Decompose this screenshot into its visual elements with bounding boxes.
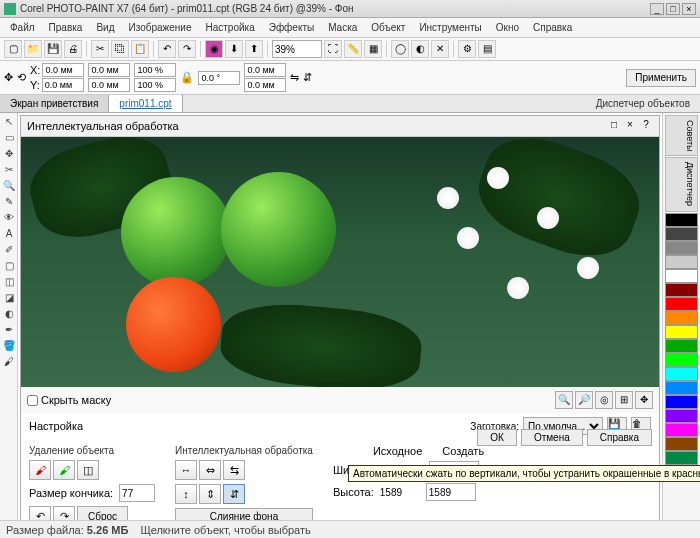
color-swatch[interactable] [665,367,698,381]
zoom-100-icon[interactable]: ⊞ [615,391,633,409]
close-button[interactable]: × [682,3,696,15]
color-swatch[interactable] [665,213,698,227]
export-icon[interactable]: ⬆ [245,40,263,58]
color-swatch[interactable] [665,227,698,241]
pick-tool-icon[interactable]: ↖ [2,115,16,129]
zoom-input[interactable] [272,40,322,58]
menu-adjust[interactable]: Настройка [199,20,260,35]
zoom-tool-icon[interactable]: 🔍 [2,179,16,193]
zoom-in-icon[interactable]: 🔍 [555,391,573,409]
dialog-restore-icon[interactable]: □ [607,119,621,133]
menu-effects[interactable]: Эффекты [263,20,320,35]
menu-tools[interactable]: Инструменты [413,20,487,35]
hints-docker-tab[interactable]: Советы [665,115,698,156]
menu-mask[interactable]: Маска [322,20,363,35]
color-swatch[interactable] [665,353,698,367]
rect-tool-icon[interactable]: ▢ [2,259,16,273]
help-button[interactable]: Справка [587,429,652,446]
menu-object[interactable]: Объект [365,20,411,35]
color-swatch[interactable] [665,269,698,283]
color-swatch[interactable] [665,255,698,269]
flip-v-icon[interactable]: ⇵ [303,71,312,84]
cut-icon[interactable]: ✂ [91,40,109,58]
expand-v-icon[interactable]: ⇕ [199,484,221,504]
menu-window[interactable]: Окно [490,20,525,35]
transform-icon[interactable]: ✥ [4,71,13,84]
dialog-help-icon[interactable]: ? [639,119,653,133]
options-icon[interactable]: ⚙ [458,40,476,58]
remove-brush-icon[interactable]: 🖌 [29,460,51,480]
undo-icon[interactable]: ↶ [158,40,176,58]
color-swatch[interactable] [665,339,698,353]
menu-edit[interactable]: Правка [43,20,89,35]
flip-h-icon[interactable]: ⇋ [290,71,299,84]
new-icon[interactable]: ▢ [4,40,22,58]
h-input[interactable] [88,78,130,92]
rotate-icon[interactable]: ⟲ [17,71,26,84]
print-icon[interactable]: 🖨 [64,40,82,58]
transparency-tool-icon[interactable]: ◐ [2,307,16,321]
mask-icon[interactable]: ◯ [391,40,409,58]
dropshadow-tool-icon[interactable]: ◪ [2,291,16,305]
clear-icon[interactable]: ✕ [431,40,449,58]
dialog-close-icon[interactable]: × [623,119,637,133]
auto-h-icon[interactable]: ⇆ [223,460,245,480]
hide-mask-checkbox[interactable]: Скрыть маску [27,394,111,406]
sy-input[interactable] [134,78,176,92]
py-input[interactable] [244,78,286,92]
ok-button[interactable]: ОК [477,429,517,446]
color-swatch[interactable] [665,325,698,339]
color-swatch[interactable] [665,241,698,255]
save-icon[interactable]: 💾 [44,40,62,58]
redo-icon[interactable]: ↷ [178,40,196,58]
menu-view[interactable]: Вид [90,20,120,35]
pan-icon[interactable]: ✥ [635,391,653,409]
clone-tool-icon[interactable]: ✎ [2,195,16,209]
color-swatch[interactable] [665,423,698,437]
text-tool-icon[interactable]: A [2,227,16,241]
zoom-fit-icon[interactable]: ◎ [595,391,613,409]
fill-tool-icon[interactable]: 🪣 [2,339,16,353]
grid-icon[interactable]: ▦ [364,40,382,58]
menu-help[interactable]: Справка [527,20,578,35]
eraser-tool-icon[interactable]: ◫ [2,275,16,289]
color-swatch[interactable] [665,311,698,325]
menu-image[interactable]: Изображение [122,20,197,35]
mask-transform-tool-icon[interactable]: ✥ [2,147,16,161]
launcher-icon[interactable]: ◉ [205,40,223,58]
w-input[interactable] [88,63,130,77]
eraser-brush-icon[interactable]: ◫ [77,460,99,480]
color-swatch[interactable] [665,409,698,423]
mask-rect-tool-icon[interactable]: ▭ [2,131,16,145]
maximize-button[interactable]: □ [666,3,680,15]
fullscreen-icon[interactable]: ⛶ [324,40,342,58]
import-icon[interactable]: ⬇ [225,40,243,58]
apply-button[interactable]: Применить [626,69,696,87]
paste-icon[interactable]: 📋 [131,40,149,58]
invert-icon[interactable]: ◐ [411,40,429,58]
color-swatch[interactable] [665,381,698,395]
sx-input[interactable] [134,63,176,77]
color-swatch[interactable] [665,437,698,451]
rulers-icon[interactable]: 📏 [344,40,362,58]
color-swatch[interactable] [665,451,698,465]
x-input[interactable] [42,63,84,77]
brush-size-input[interactable] [119,484,155,502]
color-swatch[interactable] [665,395,698,409]
contract-v-icon[interactable]: ↕ [175,484,197,504]
angle-input[interactable] [198,71,240,85]
app-launcher-icon[interactable]: ▤ [478,40,496,58]
contract-h-icon[interactable]: ↔ [175,460,197,480]
y-input[interactable] [42,78,84,92]
minimize-button[interactable]: _ [650,3,664,15]
height-dest-input[interactable] [426,483,476,501]
auto-v-icon[interactable]: ⇵ [223,484,245,504]
lock-icon[interactable]: 🔒 [180,71,194,84]
menu-file[interactable]: Файл [4,20,41,35]
expand-h-icon[interactable]: ⇔ [199,460,221,480]
eyedropper-tool-icon[interactable]: ✒ [2,323,16,337]
copy-icon[interactable]: ⿻ [111,40,129,58]
color-swatch[interactable] [665,283,698,297]
open-icon[interactable]: 📁 [24,40,42,58]
tab-file[interactable]: prim011.cpt [109,95,182,112]
